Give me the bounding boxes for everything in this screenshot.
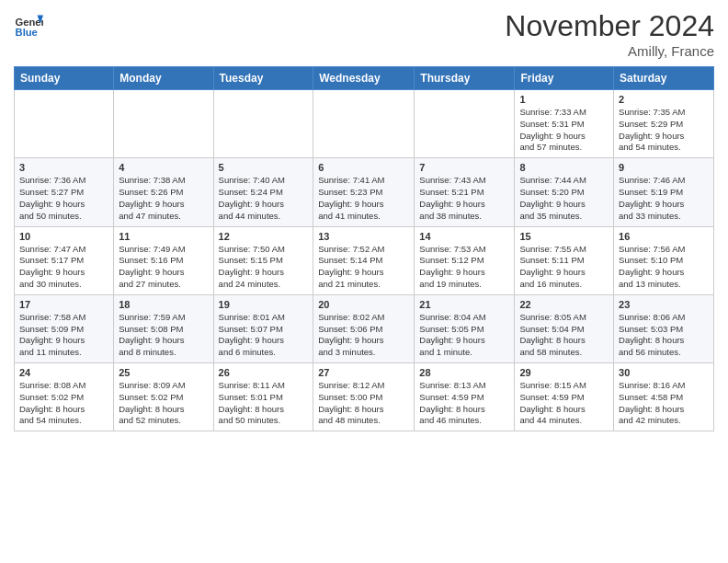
day-info: Sunrise: 8:04 AM Sunset: 5:05 PM Dayligh… [419,312,485,357]
table-row [313,90,415,158]
table-row: 22Sunrise: 8:05 AM Sunset: 5:04 PM Dayli… [515,294,614,362]
weekday-header-row: Sunday Monday Tuesday Wednesday Thursday… [15,67,714,90]
calendar-week-row: 17Sunrise: 7:58 AM Sunset: 5:09 PM Dayli… [15,294,714,362]
table-row: 3Sunrise: 7:36 AM Sunset: 5:27 PM Daylig… [15,158,114,226]
day-number: 16 [619,231,709,242]
day-number: 17 [19,299,108,310]
day-number: 7 [419,162,509,173]
day-info: Sunrise: 8:15 AM Sunset: 4:59 PM Dayligh… [519,380,586,425]
day-number: 28 [419,367,509,378]
day-number: 24 [19,367,108,378]
table-row: 9Sunrise: 7:46 AM Sunset: 5:19 PM Daylig… [614,158,714,226]
table-row: 28Sunrise: 8:13 AM Sunset: 4:59 PM Dayli… [415,363,515,431]
logo-icon: General Blue [14,9,43,39]
day-info: Sunrise: 8:06 AM Sunset: 5:03 PM Dayligh… [619,312,685,357]
day-number: 29 [519,367,609,378]
table-row: 8Sunrise: 7:44 AM Sunset: 5:20 PM Daylig… [515,158,614,226]
day-number: 13 [318,231,409,242]
day-number: 15 [519,231,609,242]
page: General Blue November 2024 Amilly, Franc… [0,0,728,445]
table-row: 15Sunrise: 7:55 AM Sunset: 5:11 PM Dayli… [515,226,614,294]
table-row: 14Sunrise: 7:53 AM Sunset: 5:12 PM Dayli… [415,226,515,294]
header-monday: Monday [114,67,213,90]
day-info: Sunrise: 8:08 AM Sunset: 5:02 PM Dayligh… [19,380,85,425]
day-number: 26 [219,367,309,378]
table-row: 27Sunrise: 8:12 AM Sunset: 5:00 PM Dayli… [313,363,415,431]
calendar-week-row: 3Sunrise: 7:36 AM Sunset: 5:27 PM Daylig… [15,158,714,226]
day-info: Sunrise: 7:38 AM Sunset: 5:26 PM Dayligh… [119,175,185,220]
title-block: November 2024 Amilly, France [505,9,714,59]
day-number: 21 [419,299,509,310]
day-info: Sunrise: 8:16 AM Sunset: 4:58 PM Dayligh… [619,380,685,425]
table-row: 17Sunrise: 7:58 AM Sunset: 5:09 PM Dayli… [15,294,114,362]
day-info: Sunrise: 7:35 AM Sunset: 5:29 PM Dayligh… [619,107,685,152]
day-info: Sunrise: 8:05 AM Sunset: 5:04 PM Dayligh… [519,312,586,357]
day-number: 19 [219,299,309,310]
header-sunday: Sunday [15,67,114,90]
day-info: Sunrise: 8:09 AM Sunset: 5:02 PM Dayligh… [119,380,185,425]
header-thursday: Thursday [415,67,515,90]
day-info: Sunrise: 7:44 AM Sunset: 5:20 PM Dayligh… [519,175,586,220]
day-info: Sunrise: 8:13 AM Sunset: 4:59 PM Dayligh… [419,380,485,425]
header-saturday: Saturday [614,67,714,90]
table-row: 24Sunrise: 8:08 AM Sunset: 5:02 PM Dayli… [15,363,114,431]
table-row: 23Sunrise: 8:06 AM Sunset: 5:03 PM Dayli… [614,294,714,362]
day-info: Sunrise: 7:56 AM Sunset: 5:10 PM Dayligh… [619,244,685,289]
table-row: 26Sunrise: 8:11 AM Sunset: 5:01 PM Dayli… [213,363,313,431]
day-info: Sunrise: 8:11 AM Sunset: 5:01 PM Dayligh… [219,380,285,425]
table-row: 30Sunrise: 8:16 AM Sunset: 4:58 PM Dayli… [614,363,714,431]
day-info: Sunrise: 7:58 AM Sunset: 5:09 PM Dayligh… [19,312,85,357]
day-number: 18 [119,299,208,310]
day-number: 11 [119,231,208,242]
table-row [415,90,515,158]
day-number: 14 [419,231,509,242]
day-info: Sunrise: 7:49 AM Sunset: 5:16 PM Dayligh… [119,244,185,289]
day-info: Sunrise: 7:40 AM Sunset: 5:24 PM Dayligh… [219,175,285,220]
table-row: 1Sunrise: 7:33 AM Sunset: 5:31 PM Daylig… [515,90,614,158]
calendar-table: Sunday Monday Tuesday Wednesday Thursday… [14,66,714,431]
table-row: 18Sunrise: 7:59 AM Sunset: 5:08 PM Dayli… [114,294,213,362]
day-info: Sunrise: 7:43 AM Sunset: 5:21 PM Dayligh… [419,175,485,220]
day-info: Sunrise: 7:47 AM Sunset: 5:17 PM Dayligh… [19,244,85,289]
day-info: Sunrise: 7:52 AM Sunset: 5:14 PM Dayligh… [318,244,384,289]
table-row [15,90,114,158]
day-info: Sunrise: 8:12 AM Sunset: 5:00 PM Dayligh… [318,380,384,425]
calendar-week-row: 24Sunrise: 8:08 AM Sunset: 5:02 PM Dayli… [15,363,714,431]
day-number: 27 [318,367,409,378]
table-row: 29Sunrise: 8:15 AM Sunset: 4:59 PM Dayli… [515,363,614,431]
day-number: 22 [519,299,609,310]
table-row: 21Sunrise: 8:04 AM Sunset: 5:05 PM Dayli… [415,294,515,362]
table-row: 10Sunrise: 7:47 AM Sunset: 5:17 PM Dayli… [15,226,114,294]
table-row: 25Sunrise: 8:09 AM Sunset: 5:02 PM Dayli… [114,363,213,431]
header-tuesday: Tuesday [213,67,313,90]
day-number: 1 [519,94,609,105]
table-row: 12Sunrise: 7:50 AM Sunset: 5:15 PM Dayli… [213,226,313,294]
calendar-week-row: 1Sunrise: 7:33 AM Sunset: 5:31 PM Daylig… [15,90,714,158]
table-row: 16Sunrise: 7:56 AM Sunset: 5:10 PM Dayli… [614,226,714,294]
day-number: 2 [619,94,709,105]
day-number: 25 [119,367,208,378]
svg-text:Blue: Blue [16,27,38,38]
day-info: Sunrise: 8:01 AM Sunset: 5:07 PM Dayligh… [219,312,285,357]
day-info: Sunrise: 7:55 AM Sunset: 5:11 PM Dayligh… [519,244,586,289]
day-number: 9 [619,162,709,173]
logo: General Blue [14,9,45,39]
day-info: Sunrise: 7:50 AM Sunset: 5:15 PM Dayligh… [219,244,285,289]
table-row: 19Sunrise: 8:01 AM Sunset: 5:07 PM Dayli… [213,294,313,362]
table-row: 6Sunrise: 7:41 AM Sunset: 5:23 PM Daylig… [313,158,415,226]
table-row: 4Sunrise: 7:38 AM Sunset: 5:26 PM Daylig… [114,158,213,226]
day-number: 20 [318,299,409,310]
table-row: 13Sunrise: 7:52 AM Sunset: 5:14 PM Dayli… [313,226,415,294]
location: Amilly, France [505,43,714,59]
header-wednesday: Wednesday [313,67,415,90]
day-info: Sunrise: 7:53 AM Sunset: 5:12 PM Dayligh… [419,244,485,289]
day-number: 6 [318,162,409,173]
table-row [213,90,313,158]
calendar-week-row: 10Sunrise: 7:47 AM Sunset: 5:17 PM Dayli… [15,226,714,294]
header: General Blue November 2024 Amilly, Franc… [14,9,714,59]
table-row [114,90,213,158]
table-row: 7Sunrise: 7:43 AM Sunset: 5:21 PM Daylig… [415,158,515,226]
day-number: 3 [19,162,108,173]
day-info: Sunrise: 7:41 AM Sunset: 5:23 PM Dayligh… [318,175,384,220]
table-row: 11Sunrise: 7:49 AM Sunset: 5:16 PM Dayli… [114,226,213,294]
